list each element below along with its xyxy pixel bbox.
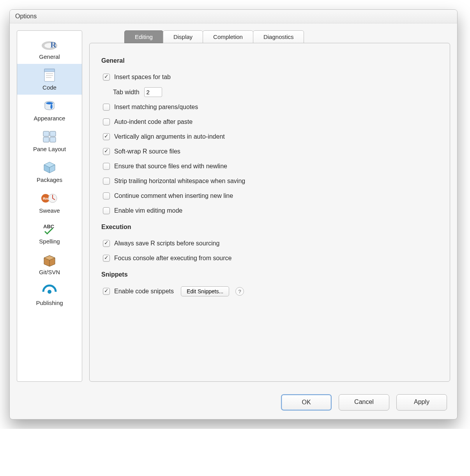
- sidebar-item-git-svn[interactable]: Git/SVN: [17, 249, 82, 279]
- chk-insert-spaces[interactable]: [103, 74, 110, 81]
- sidebar-item-sweave[interactable]: Rnw Sweave: [17, 187, 82, 218]
- sidebar-item-packages[interactable]: Packages: [17, 156, 82, 187]
- sidebar-label: Packages: [19, 176, 80, 183]
- ok-button[interactable]: OK: [281, 394, 332, 411]
- section-execution: Execution: [101, 224, 438, 231]
- tab-display[interactable]: Display: [163, 30, 203, 43]
- sidebar-label: Code: [19, 84, 80, 91]
- lbl-continue-comment: Continue comment when inserting new line: [114, 192, 233, 199]
- panes-icon: [19, 129, 80, 145]
- section-snippets: Snippets: [101, 271, 438, 278]
- options-dialog: Options R General: [9, 9, 458, 420]
- sidebar-item-spelling[interactable]: ABC Spelling: [17, 218, 82, 249]
- svg-rect-11: [50, 131, 56, 136]
- lbl-focus-console: Focus console after executing from sourc…: [114, 255, 231, 262]
- lbl-auto-indent-paste: Auto-indent code after paste: [114, 118, 193, 125]
- sidebar-label: Pane Layout: [19, 146, 80, 152]
- category-sidebar: R General Code: [17, 30, 82, 382]
- window-title: Options: [10, 10, 457, 23]
- lbl-tab-width: Tab width: [113, 89, 140, 96]
- sidebar-label: Publishing: [19, 300, 80, 306]
- apply-button[interactable]: Apply: [396, 394, 447, 411]
- svg-text:R: R: [50, 40, 57, 49]
- chk-enable-snippets[interactable]: [103, 288, 110, 295]
- editing-panel: General Insert spaces for tab Tab width …: [89, 43, 450, 382]
- sweave-icon: Rnw: [19, 190, 80, 206]
- chk-soft-wrap[interactable]: [103, 148, 110, 155]
- cancel-button[interactable]: Cancel: [339, 394, 389, 411]
- lbl-strip-trailing: Strip trailing horizontal whitespace whe…: [114, 178, 245, 185]
- publishing-icon: [19, 282, 80, 299]
- chk-focus-console[interactable]: [103, 255, 110, 262]
- sidebar-item-pane-layout[interactable]: Pane Layout: [17, 125, 82, 156]
- sidebar-label: Appearance: [19, 115, 80, 122]
- lbl-soft-wrap: Soft-wrap R source files: [114, 148, 180, 155]
- sidebar-label: General: [19, 53, 80, 60]
- chk-auto-indent-paste[interactable]: [103, 118, 110, 125]
- lbl-always-save: Always save R scripts before sourcing: [114, 240, 219, 247]
- dialog-body: R General Code: [10, 23, 457, 389]
- chk-always-save[interactable]: [103, 240, 110, 247]
- lbl-ensure-newline: Ensure that source files end with newlin…: [114, 163, 227, 170]
- svg-rect-12: [43, 137, 49, 142]
- sidebar-item-code[interactable]: Code: [17, 64, 82, 95]
- svg-rect-13: [50, 137, 56, 142]
- sidebar-label: Sweave: [19, 207, 80, 214]
- sidebar-label: Git/SVN: [19, 269, 80, 275]
- help-icon[interactable]: ?: [235, 287, 244, 296]
- chk-vim-mode[interactable]: [103, 207, 110, 214]
- tab-completion[interactable]: Completion: [203, 30, 253, 43]
- chk-continue-comment[interactable]: [103, 192, 110, 199]
- document-icon: [19, 67, 80, 83]
- chk-vert-align[interactable]: [103, 133, 110, 140]
- svg-rect-4: [44, 69, 55, 72]
- chk-insert-matching[interactable]: [103, 104, 110, 111]
- sidebar-item-appearance[interactable]: Appearance: [17, 95, 82, 125]
- svg-point-24: [48, 290, 51, 294]
- r-logo-icon: R: [19, 36, 80, 53]
- lbl-insert-matching: Insert matching parens/quotes: [114, 104, 198, 111]
- sidebar-label: Spelling: [19, 238, 80, 245]
- box-icon: [19, 252, 80, 268]
- sidebar-item-publishing[interactable]: Publishing: [17, 279, 82, 310]
- edit-snippets-button[interactable]: Edit Snippets...: [181, 286, 229, 296]
- cube-icon: [19, 159, 80, 176]
- chk-strip-trailing[interactable]: [103, 178, 110, 185]
- window-title-text: Options: [15, 13, 37, 19]
- sidebar-item-general[interactable]: R General: [17, 33, 82, 64]
- svg-rect-10: [43, 131, 49, 136]
- lbl-vert-align: Vertically align arguments in auto-inden…: [114, 133, 225, 140]
- input-tab-width[interactable]: [144, 87, 162, 97]
- paint-bucket-icon: [19, 98, 80, 114]
- dialog-footer: OK Cancel Apply: [10, 389, 457, 419]
- lbl-vim-mode: Enable vim editing mode: [114, 207, 182, 214]
- main-area: Editing Display Completion Diagnostics G…: [89, 30, 450, 382]
- tab-editing[interactable]: Editing: [124, 30, 163, 43]
- spelling-icon: ABC: [19, 221, 80, 237]
- chk-ensure-newline[interactable]: [103, 163, 110, 170]
- lbl-enable-snippets: Enable code snippets: [114, 288, 174, 295]
- tabs: Editing Display Completion Diagnostics: [124, 30, 450, 43]
- section-general: General: [101, 57, 438, 64]
- tab-diagnostics[interactable]: Diagnostics: [253, 30, 304, 43]
- lbl-insert-spaces: Insert spaces for tab: [114, 74, 171, 81]
